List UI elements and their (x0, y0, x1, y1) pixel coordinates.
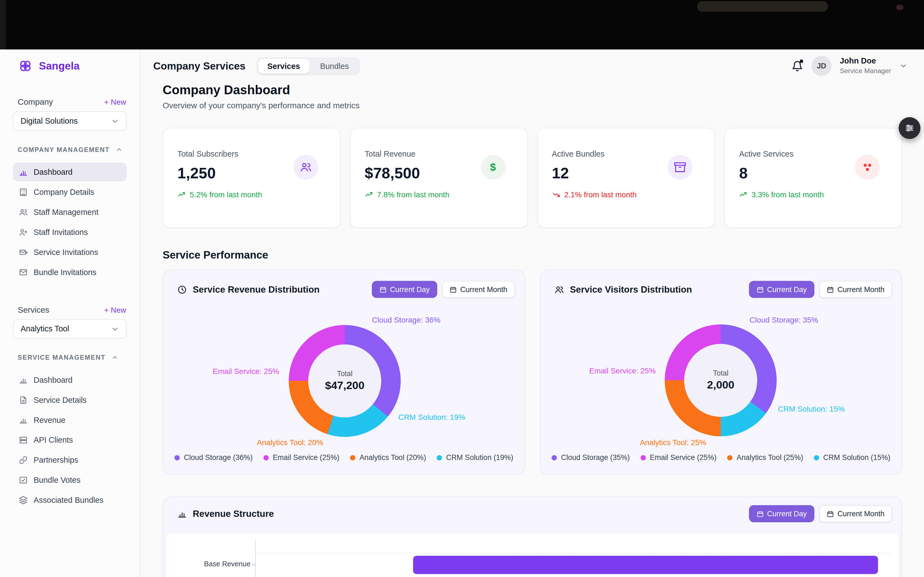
stat-change: 7.8% from last month (365, 190, 513, 199)
services-icon-badge (855, 155, 880, 180)
chevron-down-icon[interactable] (899, 62, 908, 70)
stat-change-text: 5.2% from last month (190, 190, 262, 199)
shapes-icon (862, 161, 873, 173)
pie-callout-crm-solution: CRM Solution: 19% (399, 413, 465, 421)
chevron-up-icon (111, 354, 118, 361)
page-subtitle: Overview of your company's performance a… (163, 100, 902, 111)
sidebar-item-label: Dashboard (34, 376, 73, 384)
pie-callout-cloud-storage: Cloud Storage: 36% (372, 316, 440, 324)
sidebar-item-service-invitations[interactable]: Service Invitations (13, 243, 127, 261)
user-name: John Doe (840, 57, 891, 67)
sidebar-item-service-dashboard[interactable]: Dashboard (13, 371, 127, 389)
users-icon (300, 161, 312, 173)
calendar-icon (827, 286, 834, 293)
legend-item[interactable]: Analytics Tool (25%) (727, 453, 803, 462)
sidebar-item-bundle-invitations[interactable]: Bundle Invitations (13, 263, 127, 282)
pie-callout-analytics-tool: Analytics Tool: 20% (257, 438, 323, 447)
calendar-icon (379, 286, 386, 293)
service-management-menu: Dashboard Service Details Revenue API Cl… (13, 371, 127, 509)
legend-item[interactable]: Email Service (25%) (263, 453, 339, 462)
sidebar-item-label: Revenue (34, 416, 65, 424)
legend-item[interactable]: Cloud Storage (35%) (552, 453, 630, 462)
avatar[interactable]: JD (811, 56, 832, 76)
sidebar-item-dashboard[interactable]: Dashboard (13, 163, 127, 181)
current-day-button[interactable]: Current Day (372, 281, 438, 298)
users-icon (19, 208, 28, 216)
company-management-title: COMPANY MANAGEMENT (18, 146, 110, 153)
trend-down-icon (552, 190, 561, 199)
brand-name: Sangela (39, 60, 79, 72)
floating-settings-button[interactable] (899, 117, 921, 139)
sidebar-item-bundle-votes[interactable]: Bundle Votes (13, 471, 127, 489)
legend-item[interactable]: Email Service (25%) (640, 453, 717, 462)
user-menu[interactable]: John Doe Service Manager (840, 57, 891, 75)
services-section-label: Services (18, 305, 49, 314)
sidebar-item-company-details[interactable]: Company Details (13, 182, 127, 201)
revenue-structure-card: Revenue Structure Current Day Current Mo… (163, 496, 902, 577)
current-month-button[interactable]: Current Month (442, 281, 515, 298)
company-new-button[interactable]: + New (104, 98, 126, 106)
current-day-button[interactable]: Current Day (749, 281, 814, 298)
bar-chart-icon (19, 168, 28, 176)
users-icon (554, 285, 564, 294)
chart-legend: Cloud Storage (35%) Email Service (25%) … (540, 453, 902, 462)
pie-callout-email-service: Email Service: 25% (589, 366, 656, 375)
revenue-donut-chart[interactable]: Total $47,200 (289, 325, 401, 437)
legend-item[interactable]: CRM Solution (19%) (437, 453, 513, 462)
chevron-down-icon (111, 117, 119, 125)
service-management-group-toggle[interactable]: SERVICE MANAGEMENT (0, 353, 140, 362)
sidebar-item-api-clients[interactable]: API Clients (13, 430, 127, 449)
trend-up-icon (178, 190, 186, 199)
sidebar-item-staff-invitations[interactable]: Staff Invitations (13, 222, 127, 242)
legend-item[interactable]: Analytics Tool (20%) (350, 453, 426, 462)
chart-title: Revenue Structure (193, 508, 274, 519)
current-month-button[interactable]: Current Month (819, 281, 892, 298)
bar-chart-icon (19, 376, 28, 384)
service-select[interactable]: Analytics Tool (13, 319, 127, 338)
brand-logo[interactable]: Sangela (0, 50, 140, 74)
company-select-value: Digital Solutions (21, 116, 78, 125)
company-select[interactable]: Digital Solutions (13, 111, 127, 131)
stat-change: 2.1% from last month (552, 190, 700, 199)
donut-total-label: Total (713, 369, 729, 377)
stat-change: 3.3% from last month (739, 190, 887, 199)
sidebar-item-partnerships[interactable]: Partnerships (13, 450, 127, 469)
chevron-up-icon (115, 146, 123, 153)
legend-dot (552, 455, 557, 460)
building-icon (19, 188, 28, 197)
sidebar-item-revenue[interactable]: Revenue (13, 411, 127, 429)
donut-total-value: 2,000 (707, 379, 734, 392)
sidebar-item-label: Dashboard (34, 168, 73, 176)
layers-icon (19, 495, 28, 504)
sidebar-item-staff-management[interactable]: Staff Management (13, 203, 127, 221)
tab-bundles[interactable]: Bundles (311, 58, 358, 73)
stat-change-text: 7.8% from last month (377, 190, 449, 199)
visitors-donut-chart[interactable]: Total 2,000 (665, 324, 777, 436)
sidebar-item-label: Staff Management (34, 208, 99, 216)
gridline (256, 553, 892, 553)
stat-change: 5.2% from last month (178, 190, 326, 199)
current-month-button[interactable]: Current Month (819, 505, 892, 522)
company-management-group-toggle[interactable]: COMPANY MANAGEMENT (0, 145, 140, 153)
legend-item[interactable]: CRM Solution (15%) (814, 453, 890, 462)
notifications-button[interactable] (792, 60, 803, 72)
service-select-value: Analytics Tool (21, 324, 69, 333)
pie-callout-email-service: Email Service: 25% (213, 367, 279, 376)
current-day-button[interactable]: Current Day (749, 505, 814, 522)
services-new-button[interactable]: + New (104, 305, 126, 314)
tab-services[interactable]: Services (258, 58, 310, 73)
main-area: Company Services Services Bundles JD Joh… (140, 50, 924, 577)
legend-item[interactable]: Cloud Storage (36%) (174, 453, 252, 462)
calendar-icon (827, 510, 834, 517)
sidebar-item-label: Company Details (34, 188, 94, 197)
stats-row: Total Subscribers 1,250 5.2% from last m… (163, 128, 902, 228)
sidebar-item-associated-bundles[interactable]: Associated Bundles (13, 490, 127, 509)
y-axis-line (255, 539, 256, 577)
legend-dot (814, 455, 819, 460)
trend-up-icon (365, 190, 373, 199)
file-text-icon (19, 395, 28, 404)
axis-category-label: Base Revenue (166, 560, 250, 568)
pie-callout-cloud-storage: Cloud Storage: 35% (750, 316, 818, 324)
sidebar-item-service-details[interactable]: Service Details (13, 390, 127, 409)
donut-center: Total $47,200 (289, 325, 401, 437)
